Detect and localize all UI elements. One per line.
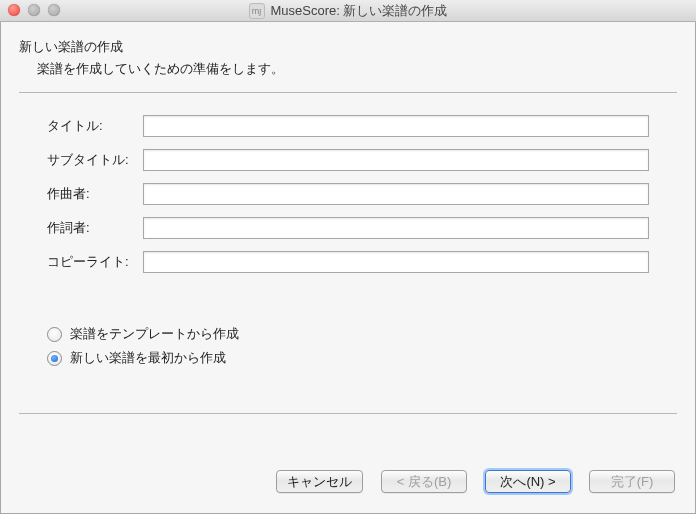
row-title: タイトル: xyxy=(47,115,649,137)
row-composer: 作曲者: xyxy=(47,183,649,205)
page-heading: 新しい楽譜の作成 xyxy=(19,38,677,56)
title-input[interactable] xyxy=(143,115,649,137)
titlebar: mյ MuseScore: 新しい楽譜の作成 xyxy=(0,0,696,22)
label-subtitle-text: サブタイトル xyxy=(47,152,125,167)
label-subtitle: サブタイトル: xyxy=(47,151,143,169)
subtitle-input[interactable] xyxy=(143,149,649,171)
next-button[interactable]: 次へ(N) > xyxy=(485,470,571,493)
label-copyright: コピーライト: xyxy=(47,253,143,271)
window-title: MuseScore: 新しい楽譜の作成 xyxy=(271,2,448,20)
label-composer-text: 作曲者 xyxy=(47,186,86,201)
divider-top xyxy=(19,92,677,93)
row-subtitle: サブタイトル: xyxy=(47,149,649,171)
radio-from-template[interactable]: 楽譜をテンプレートから作成 xyxy=(47,325,677,343)
zoom-icon[interactable] xyxy=(48,4,60,16)
row-lyricist: 作詞者: xyxy=(47,217,649,239)
creation-mode-group: 楽譜をテンプレートから作成 新しい楽譜を最初から作成 xyxy=(19,325,677,367)
radio-icon xyxy=(47,327,62,342)
copyright-input[interactable] xyxy=(143,251,649,273)
radio-from-scratch-label: 新しい楽譜を最初から作成 xyxy=(70,349,226,367)
window-controls xyxy=(8,4,60,16)
window-title-wrap: mյ MuseScore: 新しい楽譜の作成 xyxy=(0,2,696,20)
label-title: タイトル: xyxy=(47,117,143,135)
dialog-content: 新しい楽譜の作成 楽譜を作成していくための準備をします。 タイトル: サブタイト… xyxy=(0,22,696,514)
radio-from-scratch[interactable]: 新しい楽譜を最初から作成 xyxy=(47,349,677,367)
lyricist-input[interactable] xyxy=(143,217,649,239)
label-lyricist-text: 作詞者 xyxy=(47,220,86,235)
divider-bottom xyxy=(19,413,677,414)
close-icon[interactable] xyxy=(8,4,20,16)
cancel-button[interactable]: キャンセル xyxy=(276,470,363,493)
label-copyright-text: コピーライト xyxy=(47,254,125,269)
minimize-icon[interactable] xyxy=(28,4,40,16)
radio-from-template-label: 楽譜をテンプレートから作成 xyxy=(70,325,239,343)
wizard-buttons: キャンセル < 戻る(B) 次へ(N) > 完了(F) xyxy=(276,470,675,493)
app-icon: mյ xyxy=(249,3,265,19)
finish-button[interactable]: 完了(F) xyxy=(589,470,675,493)
label-lyricist: 作詞者: xyxy=(47,219,143,237)
label-composer: 作曲者: xyxy=(47,185,143,203)
radio-icon xyxy=(47,351,62,366)
page-subheading: 楽譜を作成していくための準備をします。 xyxy=(37,60,677,78)
row-copyright: コピーライト: xyxy=(47,251,649,273)
label-title-text: タイトル xyxy=(47,118,99,133)
score-info-form: タイトル: サブタイトル: 作曲者: 作詞者: コピーライト: xyxy=(19,115,677,273)
composer-input[interactable] xyxy=(143,183,649,205)
back-button[interactable]: < 戻る(B) xyxy=(381,470,467,493)
